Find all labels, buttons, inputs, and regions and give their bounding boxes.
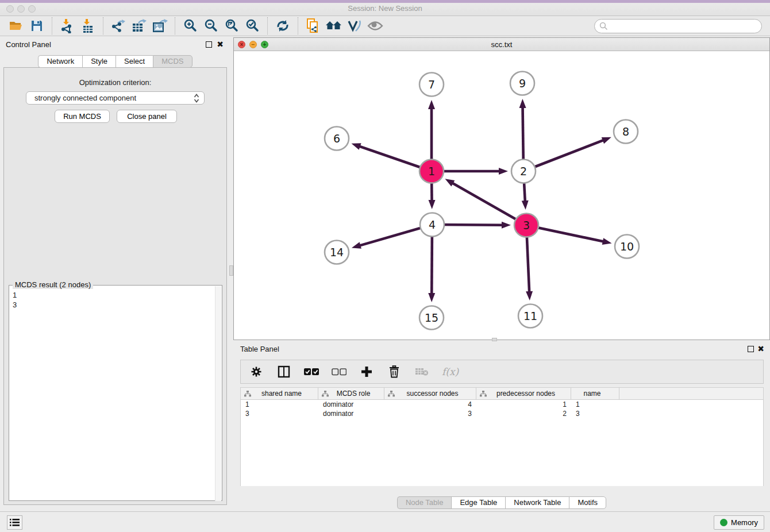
sort-tree-icon [244, 391, 251, 397]
main-toolbar [0, 16, 770, 36]
run-mcds-button[interactable]: Run MCDS [55, 110, 110, 123]
optimization-criterion-label: Optimization criterion: [4, 78, 226, 87]
float-panel-icon[interactable] [748, 346, 754, 352]
column-header-MCDS-role[interactable]: MCDS role [318, 388, 384, 399]
tab-motifs[interactable]: Motifs [569, 496, 606, 509]
tab-mcds[interactable]: MCDS [153, 55, 192, 68]
table-cell[interactable]: 1 [571, 400, 619, 409]
save-session-icon[interactable] [26, 17, 47, 34]
network-window-titlebar[interactable]: × − + scc.txt [234, 38, 769, 51]
column-header-shared-name[interactable]: shared name [241, 388, 318, 399]
open-file-icon[interactable] [6, 17, 26, 34]
table-panel-tabs: Node TableEdge TableNetwork TableMotifs [233, 496, 770, 509]
toolbar-separator [103, 17, 103, 34]
result-scrollbar[interactable] [215, 286, 221, 501]
table-cell[interactable]: 2 [476, 409, 571, 418]
delete-row-icon[interactable] [387, 364, 402, 380]
graph-node-10[interactable]: 10 [615, 235, 639, 259]
zoom-out-icon[interactable] [201, 17, 221, 34]
svg-text:14: 14 [330, 246, 344, 259]
graph-node-4[interactable]: 4 [420, 213, 444, 237]
tab-network[interactable]: Network [38, 55, 82, 68]
tab-select[interactable]: Select [116, 55, 153, 68]
table-panel-title: Table Panel [240, 345, 279, 353]
arrowhead-icon [526, 291, 533, 300]
column-header-predecessor-nodes[interactable]: predecessor nodes [476, 388, 571, 399]
houses-icon[interactable] [324, 17, 344, 34]
memory-button[interactable]: Memory [714, 515, 764, 530]
search-box[interactable] [594, 19, 762, 33]
arrowhead-icon [428, 293, 435, 302]
arrowhead-icon [499, 168, 508, 175]
table-cell[interactable]: 4 [384, 400, 476, 409]
table-row[interactable]: 1dominator411 [241, 400, 763, 409]
table-cell[interactable]: 1 [476, 400, 571, 409]
titlebar: Session: New Session [0, 0, 770, 16]
gear-icon[interactable] [249, 364, 264, 380]
add-row-icon[interactable] [359, 364, 374, 380]
graph-node-9[interactable]: 9 [510, 72, 534, 95]
mcds-result-text[interactable]: 1 3 [13, 290, 17, 310]
graph-node-6[interactable]: 6 [325, 127, 349, 151]
table-cell[interactable]: dominator [318, 400, 384, 409]
zoom-selected-icon[interactable] [242, 17, 263, 34]
tab-style[interactable]: Style [82, 55, 116, 68]
edge-3-1[interactable] [452, 183, 526, 225]
table-cell[interactable]: 3 [571, 409, 619, 418]
arrowhead-icon [602, 137, 611, 144]
delete-table-icon [414, 364, 429, 380]
splitter-handle[interactable] [229, 265, 233, 276]
export-image-icon[interactable] [149, 17, 170, 34]
table-row[interactable]: 3dominator323 [241, 409, 763, 418]
import-table-icon[interactable] [78, 17, 98, 34]
select-all-icon[interactable] [304, 364, 319, 380]
table-cell[interactable]: 3 [384, 409, 476, 418]
float-panel-icon[interactable] [206, 41, 212, 48]
splitter-handle[interactable] [492, 338, 497, 341]
column-header-name[interactable]: name [571, 388, 619, 399]
import-network-icon[interactable] [57, 17, 78, 34]
close-panel-icon[interactable]: ✖ [217, 40, 224, 49]
graph-node-8[interactable]: 8 [614, 120, 638, 144]
tab-edge-table[interactable]: Edge Table [451, 496, 505, 509]
graph-node-11[interactable]: 11 [518, 304, 542, 328]
memory-status-icon [720, 519, 727, 526]
close-panel-button[interactable]: Close panel [117, 110, 177, 123]
graph-node-3[interactable]: 3 [514, 214, 538, 237]
svg-text:9: 9 [519, 77, 526, 90]
column-layout-icon[interactable] [276, 364, 291, 380]
graph-node-1[interactable]: 1 [419, 160, 444, 183]
table-toolbar: f(x) [240, 360, 764, 384]
search-input[interactable] [608, 20, 761, 32]
edge-2-8[interactable] [523, 140, 605, 171]
table-cell[interactable]: 3 [241, 409, 318, 418]
svg-text:2: 2 [520, 165, 527, 178]
tab-node-table[interactable]: Node Table [397, 496, 452, 509]
show-all-eye-icon[interactable] [365, 17, 386, 34]
table-cell[interactable]: 1 [241, 400, 318, 409]
graph-node-14[interactable]: 14 [325, 241, 349, 264]
graph-node-15[interactable]: 15 [419, 306, 444, 330]
column-header-successor-nodes[interactable]: successor nodes [384, 388, 476, 399]
new-network-from-selection-icon[interactable] [303, 17, 324, 34]
network-canvas[interactable]: 7968124314101511 [234, 51, 769, 340]
close-panel-icon[interactable]: ✖ [757, 344, 764, 353]
graph-node-2[interactable]: 2 [511, 160, 536, 183]
node-table[interactable]: shared nameMCDS rolesuccessor nodesprede… [240, 387, 764, 486]
apply-layout-icon[interactable] [272, 17, 293, 34]
zoom-fit-icon[interactable] [221, 17, 242, 34]
sort-tree-icon [388, 391, 395, 397]
export-table-icon[interactable] [129, 17, 149, 34]
deselect-all-icon[interactable] [332, 364, 346, 380]
tab-network-table[interactable]: Network Table [505, 496, 569, 509]
graph-node-7[interactable]: 7 [419, 73, 444, 97]
task-history-icon[interactable] [7, 515, 22, 530]
optimization-criterion-select[interactable]: strongly connected component [26, 91, 205, 105]
hide-selected-icon[interactable] [344, 17, 365, 34]
export-network-icon[interactable] [108, 17, 129, 34]
arrowhead-icon [445, 179, 455, 186]
table-cell[interactable]: dominator [318, 409, 384, 418]
zoom-in-icon[interactable] [180, 17, 201, 34]
select-stepper-icon [194, 93, 199, 103]
control-panel: Control Panel ✖ NetworkStyleSelectMCDS O… [0, 37, 230, 510]
